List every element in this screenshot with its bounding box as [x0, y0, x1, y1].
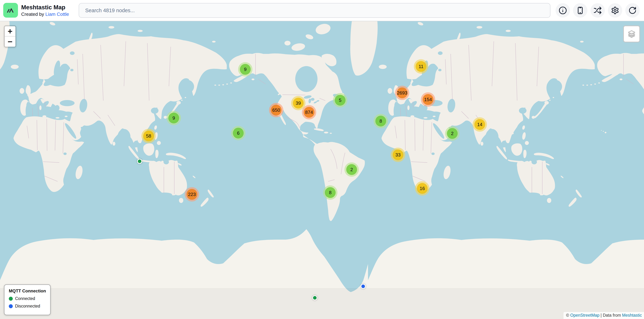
cluster-marker[interactable]: 223: [185, 187, 199, 202]
legend-title: MQTT Connection: [9, 289, 50, 294]
cluster-marker[interactable]: 6: [231, 126, 246, 140]
cluster-count: 33: [392, 149, 404, 160]
cluster-marker[interactable]: 58: [142, 129, 156, 143]
cluster-marker[interactable]: 9: [166, 111, 181, 125]
header: Meshtastic Map Created by Liam Cottle: [0, 0, 644, 21]
legend-row-connected: Connected: [9, 296, 50, 301]
cluster-count: 11: [416, 61, 426, 72]
cluster-count: 2693: [397, 87, 408, 98]
layers-control[interactable]: [623, 25, 640, 42]
layers-icon: [627, 29, 636, 39]
settings-button[interactable]: [608, 3, 622, 17]
mobile-app-button[interactable]: [573, 3, 588, 17]
legend-row-disconnected: Disconnected: [9, 304, 50, 309]
openstreetmap-link[interactable]: OpenStreetMap: [570, 313, 600, 318]
cluster-marker[interactable]: 2: [344, 162, 359, 177]
cluster-marker[interactable]: 9: [238, 62, 252, 76]
cluster-count: 650: [271, 105, 282, 115]
cluster-count: 16: [417, 183, 428, 194]
meshtastic-logo-icon: [6, 5, 16, 15]
cluster-count: 9: [168, 113, 179, 123]
cluster-marker[interactable]: 16: [415, 181, 430, 196]
app-logo: [3, 3, 18, 17]
cluster-count: 14: [474, 119, 485, 130]
cluster-count: 58: [143, 131, 154, 141]
node-marker-connected[interactable]: [312, 295, 317, 300]
zoom-control: + −: [4, 25, 16, 47]
legend-label: Connected: [15, 296, 35, 301]
world-map-tiles: [0, 0, 644, 319]
cluster-marker[interactable]: 874: [302, 105, 316, 119]
random-node-button[interactable]: [590, 3, 605, 17]
cluster-marker[interactable]: 154: [421, 92, 435, 107]
meshtastic-link[interactable]: Meshtastic: [622, 313, 642, 318]
cluster-count: 223: [186, 189, 197, 200]
node-marker-disconnected[interactable]: [361, 284, 366, 289]
info-icon: [559, 6, 567, 14]
disconnected-dot: [9, 304, 13, 308]
cluster-marker[interactable]: 2693: [395, 86, 409, 100]
cluster-count: 2: [447, 128, 458, 139]
zoom-in-button[interactable]: +: [5, 26, 16, 36]
refresh-icon: [628, 6, 637, 14]
smartphone-icon: [576, 6, 584, 14]
cluster-count: 9: [240, 64, 251, 75]
meshtastic-map-app: 911269315439650874581492586332816223 + −…: [0, 0, 644, 319]
cluster-count: 39: [293, 98, 304, 108]
brand-text: Meshtastic Map Created by Liam Cottle: [21, 4, 69, 17]
attribution-separator: | Data from: [600, 313, 622, 318]
map-attribution: © OpenStreetMap | Data from Meshtastic: [564, 312, 644, 319]
mqtt-legend: MQTT Connection Connected Disconnected: [4, 284, 51, 315]
legend-label: Disconnected: [15, 304, 40, 309]
cluster-marker[interactable]: 2: [445, 126, 460, 141]
cluster-marker[interactable]: 14: [472, 117, 487, 132]
connected-dot: [9, 297, 13, 301]
cluster-count: 154: [422, 94, 434, 105]
cluster-count: 874: [304, 107, 314, 118]
map-canvas[interactable]: 911269315439650874581492586332816223 + −…: [0, 0, 644, 319]
info-button[interactable]: [556, 3, 570, 17]
author-link[interactable]: Liam Cottle: [45, 11, 69, 17]
settings-icon: [611, 6, 619, 14]
cluster-marker[interactable]: 5: [333, 93, 347, 107]
cluster-marker[interactable]: 650: [269, 103, 283, 117]
shuffle-icon: [594, 6, 602, 14]
cluster-count: 8: [325, 187, 336, 198]
search-input[interactable]: [79, 3, 550, 18]
attribution-copyright: ©: [566, 313, 570, 318]
cluster-marker[interactable]: 8: [323, 185, 338, 200]
page-subtitle: Created by Liam Cottle: [21, 11, 69, 17]
cluster-marker[interactable]: 33: [391, 148, 405, 162]
cluster-count: 8: [375, 116, 386, 126]
zoom-out-button[interactable]: −: [5, 36, 16, 47]
cluster-count: 6: [233, 128, 244, 138]
refresh-button[interactable]: [625, 3, 640, 17]
cluster-marker[interactable]: 11: [414, 59, 428, 74]
cluster-count: 2: [346, 164, 357, 175]
page-title: Meshtastic Map: [21, 4, 69, 11]
subtitle-prefix: Created by: [21, 11, 45, 17]
cluster-marker[interactable]: 8: [374, 114, 388, 128]
cluster-count: 5: [335, 95, 346, 106]
node-marker-connected[interactable]: [137, 159, 142, 164]
header-actions: [556, 3, 640, 17]
